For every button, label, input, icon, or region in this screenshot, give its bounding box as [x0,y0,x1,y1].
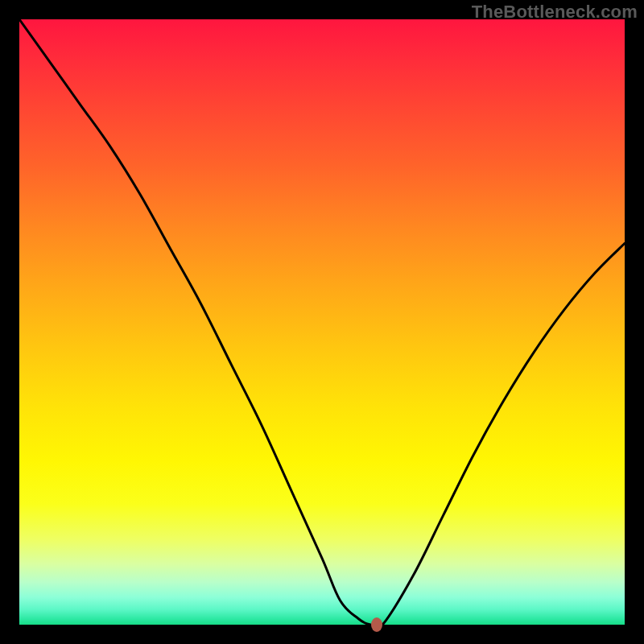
bottleneck-curve [19,19,625,625]
optimal-point-marker [371,617,382,632]
watermark-text: TheBottleneck.com [472,2,638,23]
chart-container: TheBottleneck.com [0,0,644,644]
plot-area [19,19,625,625]
